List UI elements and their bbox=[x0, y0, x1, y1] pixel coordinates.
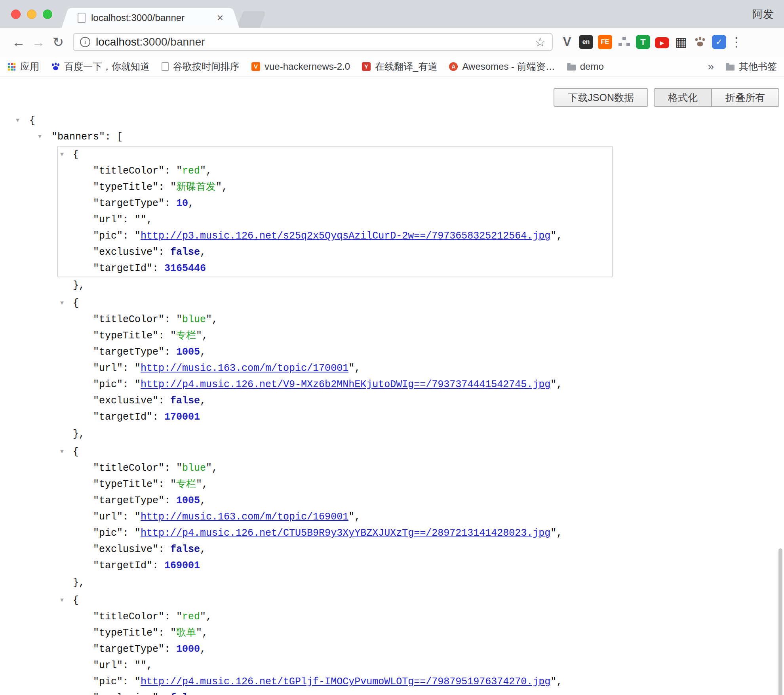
page-info-icon[interactable]: i bbox=[80, 37, 90, 47]
json-quote: " bbox=[170, 479, 176, 490]
json-comma: , bbox=[200, 643, 206, 655]
json-punct: : bbox=[158, 395, 170, 407]
json-value-boolean: false bbox=[170, 395, 200, 407]
json-comma: , bbox=[200, 544, 206, 555]
qr-code-icon[interactable]: ▦ bbox=[674, 35, 688, 49]
browser-menu-icon[interactable]: ⋮ bbox=[730, 34, 743, 50]
translate-pen-icon[interactable]: en bbox=[579, 35, 593, 49]
json-key: "targetId" bbox=[93, 263, 152, 274]
minimize-window-button[interactable] bbox=[27, 10, 36, 19]
json-url-link[interactable]: http://p4.music.126.net/CTU5B9R9y3XyYBZX… bbox=[141, 527, 550, 539]
json-quote: " bbox=[135, 660, 141, 671]
browser-tab[interactable]: localhost:3000/banner × bbox=[70, 8, 230, 28]
json-row: "typeTitle": "歌单", bbox=[58, 625, 612, 641]
blue-shield-check-icon[interactable]: ✓ bbox=[712, 35, 726, 49]
json-key: "pic" bbox=[93, 527, 123, 539]
bookmark-item[interactable]: 应用 bbox=[7, 60, 39, 73]
vertical-scrollbar[interactable] bbox=[778, 548, 782, 695]
json-row: }, bbox=[57, 575, 613, 591]
json-row: "targetType": 1000, bbox=[58, 641, 612, 657]
zoom-window-button[interactable] bbox=[43, 10, 52, 19]
json-row: }, bbox=[57, 277, 613, 294]
json-punct: : bbox=[158, 246, 170, 258]
paw-print-icon[interactable] bbox=[693, 35, 707, 49]
bookmark-item[interactable]: Vvue-hackernews-2.0 bbox=[251, 61, 350, 72]
fe-badge-icon[interactable]: FE bbox=[598, 35, 612, 49]
bookmark-item[interactable]: Y在线翻译_有道 bbox=[362, 60, 437, 73]
bookmark-star-icon[interactable]: ☆ bbox=[535, 35, 546, 50]
json-comma: , bbox=[354, 511, 360, 523]
json-url-link[interactable]: http://music.163.com/m/topic/170001 bbox=[141, 363, 348, 374]
org-nodes-icon[interactable] bbox=[617, 35, 631, 49]
green-shield-t-icon[interactable]: T bbox=[636, 35, 650, 49]
json-url-link[interactable]: http://p4.music.126.net/tGPljf-IMOCyPvum… bbox=[141, 676, 550, 687]
json-comma: , bbox=[212, 314, 218, 325]
json-row: "url": "", bbox=[58, 212, 612, 228]
json-key: "titleColor" bbox=[93, 611, 164, 622]
json-comma: , bbox=[556, 676, 562, 687]
json-punct: : bbox=[158, 627, 170, 639]
tab-close-icon[interactable]: × bbox=[217, 12, 223, 23]
json-key: "url" bbox=[93, 511, 123, 523]
video-play-icon[interactable]: ▶ bbox=[655, 37, 669, 48]
collapse-triangle-icon[interactable]: ▼ bbox=[60, 295, 64, 311]
json-quote: " bbox=[141, 660, 147, 671]
reload-icon[interactable]: ↻ bbox=[48, 34, 68, 50]
json-quote: " bbox=[196, 479, 202, 490]
bookmark-item[interactable]: 谷歌按时间排序 bbox=[162, 60, 240, 73]
json-punct: : bbox=[164, 314, 176, 325]
json-quote: " bbox=[206, 314, 212, 325]
bookmark-item[interactable]: demo bbox=[567, 61, 604, 72]
json-key: "targetType" bbox=[93, 198, 164, 209]
format-button-group: 格式化 折叠所有 bbox=[654, 88, 779, 107]
bookmarks-overflow-chevron-icon[interactable]: » bbox=[708, 60, 714, 73]
back-icon[interactable]: ← bbox=[9, 34, 29, 50]
json-row: "targetType": 1005, bbox=[58, 344, 612, 360]
json-punct: : bbox=[158, 479, 170, 490]
other-bookmarks-button[interactable]: 其他书签 bbox=[726, 60, 777, 73]
apps-grid-icon bbox=[7, 62, 16, 71]
download-json-button[interactable]: 下载JSON数据 bbox=[554, 88, 648, 107]
json-key: "typeTitle" bbox=[93, 479, 158, 490]
extension-icons: VenFET▶▦✓ bbox=[559, 34, 727, 50]
collapse-triangle-icon[interactable]: ▼ bbox=[60, 592, 64, 609]
json-row: "url": "http://music.163.com/m/topic/170… bbox=[58, 360, 612, 376]
new-tab-button[interactable] bbox=[237, 11, 266, 28]
json-url-link[interactable]: http://p3.music.126.net/s25q2x5QyqsAzilC… bbox=[141, 230, 550, 242]
url-host: localhost bbox=[96, 36, 140, 48]
json-array-item: ▼{"titleColor": "red","typeTitle": "新碟首发… bbox=[57, 146, 613, 294]
json-comma: , bbox=[147, 660, 152, 671]
collapse-all-button[interactable]: 折叠所有 bbox=[712, 88, 779, 107]
json-comma: , bbox=[354, 363, 360, 374]
bookmark-item[interactable]: 百度一下，你就知道 bbox=[51, 60, 150, 73]
collapse-triangle-icon[interactable]: ▼ bbox=[38, 129, 42, 145]
json-quote: " bbox=[135, 230, 141, 242]
format-button[interactable]: 格式化 bbox=[654, 88, 712, 107]
json-key: "typeTitle" bbox=[93, 627, 158, 639]
json-row: "typeTitle": "新碟首发", bbox=[58, 179, 612, 195]
json-key: "targetId" bbox=[93, 560, 152, 571]
json-comma: , bbox=[200, 495, 206, 506]
bookmark-item[interactable]: AAwesomes - 前端资… bbox=[449, 60, 555, 73]
collapse-triangle-icon[interactable]: ▼ bbox=[60, 444, 64, 460]
json-key: "exclusive" bbox=[93, 692, 158, 695]
json-url-link[interactable]: http://p4.music.126.net/V9-MXz6b2MNhEKju… bbox=[141, 379, 550, 390]
json-key: "titleColor" bbox=[93, 462, 164, 474]
json-row: ▼{ bbox=[0, 113, 784, 129]
json-comma: , bbox=[202, 330, 208, 342]
json-row: "exclusive": false, bbox=[58, 541, 612, 558]
json-punct: : bbox=[158, 544, 170, 555]
v-letter-icon[interactable]: V bbox=[560, 35, 574, 49]
baidu-paw-icon bbox=[51, 62, 60, 71]
json-row: ▼{ bbox=[58, 592, 612, 609]
address-bar[interactable]: i localhost :3000/banner ☆ bbox=[73, 33, 553, 51]
json-quote: " bbox=[135, 214, 141, 225]
json-quote: " bbox=[196, 627, 202, 639]
collapse-triangle-icon[interactable]: ▼ bbox=[60, 147, 64, 163]
json-comma: , bbox=[556, 527, 562, 539]
collapse-triangle-icon[interactable]: ▼ bbox=[16, 113, 19, 129]
json-row: "pic": "http://p3.music.126.net/s25q2x5Q… bbox=[58, 228, 612, 244]
json-url-link[interactable]: http://music.163.com/m/topic/169001 bbox=[141, 511, 348, 523]
close-window-button[interactable] bbox=[11, 10, 21, 19]
profile-name[interactable]: 阿发 bbox=[752, 7, 774, 21]
